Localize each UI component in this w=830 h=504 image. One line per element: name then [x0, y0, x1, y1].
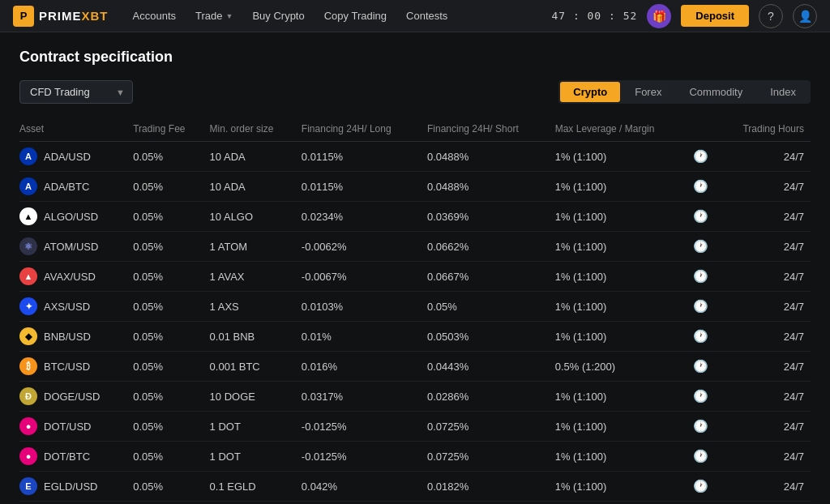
nav-item-buy-crypto[interactable]: Buy Crypto: [244, 6, 312, 25]
clock-cell-6: 🕐: [693, 322, 721, 352]
clock-cell-4: 🕐: [693, 262, 721, 292]
clock-cell-7: 🕐: [693, 352, 721, 382]
leverage-cell-3: 1% (1:100): [555, 232, 694, 262]
asset-icon-8: Ð: [19, 387, 37, 405]
hours-cell-9: 24/7: [722, 412, 811, 442]
help-button[interactable]: ?: [759, 4, 783, 28]
asset-name-10: DOT/BTC: [44, 451, 90, 463]
leverage-cell-7: 0.5% (1:200): [555, 352, 694, 382]
account-icon: 👤: [798, 10, 812, 23]
fin-long-cell-2: 0.0234%: [302, 202, 427, 232]
nav-item-accounts[interactable]: Accounts: [125, 6, 184, 25]
fin-long-cell-3: -0.0062%: [302, 232, 427, 262]
clock-cell-12: 🕐: [693, 502, 721, 505]
min-order-cell-6: 0.01 BNB: [210, 322, 302, 352]
fin-short-cell-5: 0.05%: [427, 292, 555, 322]
table-row: A ADA/USD 0.05% 10 ADA 0.0115% 0.0488% 1…: [19, 142, 811, 172]
hours-cell-10: 24/7: [722, 442, 811, 472]
tab-forex[interactable]: Forex: [622, 82, 674, 102]
main-content: Contract specification CFD Trading Spot …: [0, 32, 830, 504]
header-right: 47 : 00 : 52 🎁 Deposit ? 👤: [551, 4, 817, 28]
clock-cell-8: 🕐: [693, 382, 721, 412]
asset-name-1: ADA/BTC: [44, 181, 89, 193]
table-row: ✦ AXS/USD 0.05% 1 AXS 0.0103% 0.05% 1% (…: [19, 292, 811, 322]
asset-name-11: EGLD/USD: [44, 481, 97, 493]
fin-short-cell-1: 0.0488%: [427, 172, 555, 202]
table-row: ε EOS/USD 0.05% 1 EOS 0.0005% 0.0597% 1%…: [19, 502, 811, 505]
fin-long-cell-7: 0.016%: [302, 352, 427, 382]
trading-type-select[interactable]: CFD Trading Spot Trading: [19, 80, 133, 104]
countdown-timer: 47 : 00 : 52: [551, 10, 637, 22]
fin-short-cell-11: 0.0182%: [427, 472, 555, 502]
logo-icon: P: [13, 6, 34, 27]
asset-name-6: BNB/USD: [44, 331, 91, 343]
clock-icon-6[interactable]: 🕐: [693, 329, 708, 343]
table-row: ▲ AVAX/USD 0.05% 1 AVAX -0.0067% 0.0667%…: [19, 262, 811, 292]
clock-icon-9[interactable]: 🕐: [693, 419, 708, 433]
clock-icon-10[interactable]: 🕐: [693, 449, 708, 463]
asset-cell-6: ◆ BNB/USD: [19, 322, 133, 352]
fee-cell-6: 0.05%: [133, 322, 209, 352]
table-row: ▲ ALGO/USD 0.05% 10 ALGO 0.0234% 0.0369%…: [19, 202, 811, 232]
col-hours: Trading Hours: [722, 117, 811, 142]
asset-cell-10: ● DOT/BTC: [19, 442, 133, 472]
leverage-cell-8: 1% (1:100): [555, 382, 694, 412]
asset-icon-0: A: [19, 147, 37, 165]
fee-cell-3: 0.05%: [133, 232, 209, 262]
hours-cell-1: 24/7: [722, 172, 811, 202]
hours-cell-12: 24/7: [722, 502, 811, 505]
clock-cell-10: 🕐: [693, 442, 721, 472]
hours-cell-8: 24/7: [722, 382, 811, 412]
leverage-cell-11: 1% (1:100): [555, 472, 694, 502]
min-order-cell-11: 0.1 EGLD: [210, 472, 302, 502]
fee-cell-2: 0.05%: [133, 202, 209, 232]
clock-icon-5[interactable]: 🕐: [693, 299, 708, 313]
table-row: ₿ BTC/USD 0.05% 0.001 BTC 0.016% 0.0443%…: [19, 352, 811, 382]
tab-commodity[interactable]: Commodity: [676, 82, 755, 102]
page-title: Contract specification: [19, 49, 811, 66]
asset-icon-1: A: [19, 177, 37, 195]
account-button[interactable]: 👤: [793, 4, 817, 28]
asset-icon-5: ✦: [19, 297, 37, 315]
tab-index[interactable]: Index: [757, 82, 809, 102]
asset-icon-2: ▲: [19, 207, 37, 225]
min-order-cell-9: 1 DOT: [210, 412, 302, 442]
gift-button[interactable]: 🎁: [647, 4, 671, 28]
fin-short-cell-7: 0.0443%: [427, 352, 555, 382]
nav-item-contests[interactable]: Contests: [398, 6, 456, 25]
asset-icon-6: ◆: [19, 327, 37, 345]
clock-icon-8[interactable]: 🕐: [693, 389, 708, 403]
clock-icon-7[interactable]: 🕐: [693, 359, 708, 373]
clock-cell-0: 🕐: [693, 142, 721, 172]
min-order-cell-2: 10 ALGO: [210, 202, 302, 232]
asset-cell-0: A ADA/USD: [19, 142, 133, 172]
col-leverage: Max Leverage / Margin: [555, 117, 694, 142]
tab-crypto[interactable]: Crypto: [560, 82, 620, 102]
clock-cell-5: 🕐: [693, 292, 721, 322]
clock-icon-2[interactable]: 🕐: [693, 209, 708, 223]
fin-long-cell-6: 0.01%: [302, 322, 427, 352]
help-icon: ?: [768, 10, 774, 23]
fin-long-cell-11: 0.042%: [302, 472, 427, 502]
clock-icon-1[interactable]: 🕐: [693, 179, 708, 193]
min-order-cell-8: 10 DOGE: [210, 382, 302, 412]
hours-cell-2: 24/7: [722, 202, 811, 232]
hours-cell-3: 24/7: [722, 232, 811, 262]
fee-cell-1: 0.05%: [133, 172, 209, 202]
clock-icon-0[interactable]: 🕐: [693, 149, 708, 163]
fee-cell-11: 0.05%: [133, 472, 209, 502]
leverage-cell-4: 1% (1:100): [555, 262, 694, 292]
clock-icon-4[interactable]: 🕐: [693, 269, 708, 283]
nav-item-copy-trading[interactable]: Copy Trading: [316, 6, 395, 25]
header: P PRIMEXBT Accounts Trade ▼ Buy Crypto C…: [0, 0, 830, 32]
clock-icon-3[interactable]: 🕐: [693, 239, 708, 253]
asset-cell-12: ε EOS/USD: [19, 502, 133, 505]
nav-item-trade[interactable]: Trade ▼: [187, 6, 241, 25]
logo-prime: PRIME: [39, 9, 82, 23]
table-body: A ADA/USD 0.05% 10 ADA 0.0115% 0.0488% 1…: [19, 142, 811, 505]
deposit-button[interactable]: Deposit: [681, 5, 749, 27]
col-clock: [693, 117, 721, 142]
clock-icon-11[interactable]: 🕐: [693, 479, 708, 493]
asset-cell-9: ● DOT/USD: [19, 412, 133, 442]
min-order-cell-3: 1 ATOM: [210, 232, 302, 262]
